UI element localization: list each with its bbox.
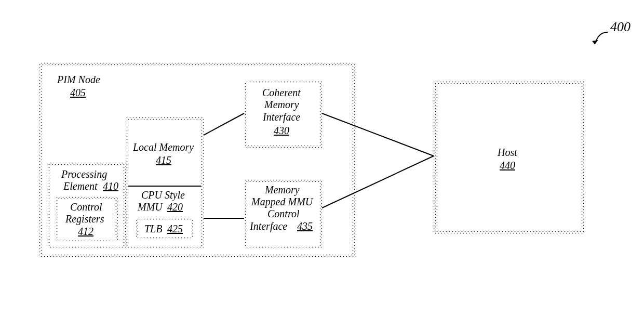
control-registers-box: Control Registers 412 — [56, 196, 118, 242]
local-memory-ref: 415 — [156, 154, 171, 166]
mmapped-if-ref: 435 — [297, 220, 313, 232]
mmapped-if-line3: Control — [267, 208, 300, 219]
cpu-mmu-label2: MMU — [137, 201, 163, 213]
cpu-mmu-label1: CPU Style — [141, 189, 185, 201]
figure-number-annotation: 400 — [592, 19, 630, 44]
control-registers-label2: Registers — [65, 213, 104, 225]
tlb-box: TLB 425 — [136, 218, 193, 239]
coherent-if-line2: Memory — [264, 99, 299, 111]
mmapped-if-line1: Memory — [264, 184, 300, 196]
processing-element-label1: Processing — [61, 168, 107, 180]
mmapped-if-line2: Mapped MMU — [251, 196, 314, 208]
cpu-mmu-ref: 420 — [167, 201, 183, 213]
svg-marker-3 — [592, 40, 598, 44]
control-registers-ref: 412 — [78, 226, 93, 237]
diagram-canvas: 400 PIM Node 405 Processing Element 410 … — [0, 0, 644, 328]
processing-element-box: Processing Element 410 Control Registers… — [48, 163, 126, 248]
host-ref: 440 — [500, 160, 515, 171]
tlb-label: TLB — [144, 223, 162, 234]
control-registers-label1: Control — [70, 201, 102, 213]
processing-element-label2: Element — [63, 180, 98, 192]
memory-stack-box: Local Memory 415 CPU Style MMU 420 TLB 4… — [126, 117, 204, 248]
coherent-if-line1: Coherent — [262, 87, 301, 98]
local-memory-label: Local Memory — [132, 141, 194, 153]
coherent-interface-box: Coherent Memory Interface 430 — [244, 81, 322, 148]
pim-node-label: PIM Node — [57, 74, 100, 85]
figure-number: 400 — [610, 19, 630, 34]
tlb-ref: 425 — [167, 223, 183, 234]
coherent-if-ref: 430 — [274, 125, 289, 136]
processing-element-ref: 410 — [103, 180, 118, 192]
host-box: Host 440 — [434, 81, 584, 234]
mmapped-if-line4: Interface — [249, 220, 287, 232]
mmapped-interface-box: Memory Mapped MMU Control Interface 435 — [244, 179, 322, 248]
pim-node-ref: 405 — [70, 87, 86, 98]
host-label: Host — [497, 147, 517, 158]
coherent-if-line3: Interface — [262, 111, 300, 123]
